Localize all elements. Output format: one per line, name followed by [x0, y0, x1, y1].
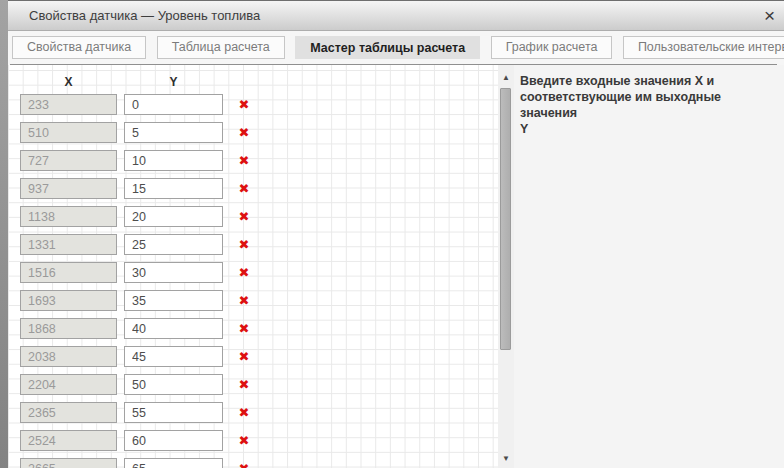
tab-sensor-properties[interactable]: Свойства датчика [12, 36, 146, 59]
y-value-input[interactable] [124, 122, 223, 143]
y-value-input[interactable] [124, 94, 223, 115]
table-row: ✖ [8, 374, 498, 395]
x-value-input [20, 318, 117, 339]
y-value-input[interactable] [124, 374, 223, 395]
delete-row-icon[interactable]: ✖ [235, 348, 253, 365]
x-value-input [20, 290, 117, 311]
y-value-input[interactable] [124, 402, 223, 423]
dialog-title: Свойства датчика — Уровень топлива [29, 1, 260, 31]
delete-row-icon[interactable]: ✖ [235, 376, 253, 393]
scrollbar-thumb[interactable] [500, 88, 511, 350]
help-text: Введите входные значения X и соответству… [520, 73, 778, 137]
delete-row-icon[interactable]: ✖ [235, 292, 253, 309]
delete-row-icon[interactable]: ✖ [235, 404, 253, 421]
table-row: ✖ [8, 346, 498, 367]
y-value-input[interactable] [124, 234, 223, 255]
x-value-input [20, 430, 117, 451]
y-value-input[interactable] [124, 178, 223, 199]
vertical-scrollbar[interactable]: ▲ ▼ [498, 65, 514, 468]
delete-row-icon[interactable]: ✖ [235, 152, 253, 169]
x-value-input [20, 402, 117, 423]
y-value-input[interactable] [124, 290, 223, 311]
close-icon[interactable]: × [764, 4, 775, 28]
delete-row-icon[interactable]: ✖ [235, 96, 253, 113]
table-row: ✖ [8, 290, 498, 311]
table-row: ✖ [8, 262, 498, 283]
delete-row-icon[interactable]: ✖ [235, 432, 253, 449]
delete-row-icon[interactable]: ✖ [235, 180, 253, 197]
wizard-content: X Y ✖ ✖ ✖ [8, 65, 784, 468]
tab-bar: Свойства датчика Таблица расчета Мастер … [8, 31, 784, 64]
y-value-input[interactable] [124, 458, 223, 468]
x-value-input [20, 458, 117, 468]
x-value-input [20, 94, 117, 115]
table-row: ✖ [8, 458, 498, 468]
delete-row-icon[interactable]: ✖ [235, 236, 253, 253]
tab-calculation-graph[interactable]: График расчета [491, 36, 613, 59]
sensor-properties-dialog: Свойства датчика — Уровень топлива × Сво… [8, 0, 784, 468]
table-row: ✖ [8, 94, 498, 115]
tab-calculation-table[interactable]: Таблица расчета [157, 36, 285, 59]
table-row: ✖ [8, 178, 498, 199]
table-row: ✖ [8, 122, 498, 143]
tab-calculation-table-wizard[interactable]: Мастер таблицы расчета [295, 36, 480, 59]
delete-row-icon[interactable]: ✖ [235, 264, 253, 281]
table-row: ✖ [8, 430, 498, 451]
page-backdrop-strip [0, 0, 8, 468]
xy-table-area: X Y ✖ ✖ ✖ [8, 65, 498, 468]
delete-row-icon[interactable]: ✖ [235, 320, 253, 337]
y-value-input[interactable] [124, 262, 223, 283]
y-value-input[interactable] [124, 206, 223, 227]
xy-rows: ✖ ✖ ✖ ✖ [8, 65, 498, 468]
scroll-down-icon[interactable]: ▼ [498, 454, 514, 463]
y-value-input[interactable] [124, 318, 223, 339]
y-value-input[interactable] [124, 150, 223, 171]
x-value-input [20, 234, 117, 255]
tab-custom-intervals[interactable]: Пользовательские интервалы [623, 36, 784, 59]
table-row: ✖ [8, 206, 498, 227]
x-value-input [20, 122, 117, 143]
x-value-input [20, 150, 117, 171]
x-value-input [20, 262, 117, 283]
table-row: ✖ [8, 318, 498, 339]
y-value-input[interactable] [124, 430, 223, 451]
x-value-input [20, 178, 117, 199]
table-row: ✖ [8, 150, 498, 171]
y-value-input[interactable] [124, 346, 223, 367]
delete-row-icon[interactable]: ✖ [235, 460, 253, 468]
x-value-input [20, 206, 117, 227]
table-row: ✖ [8, 234, 498, 255]
table-row: ✖ [8, 402, 498, 423]
x-value-input [20, 374, 117, 395]
help-panel: Введите входные значения X и соответству… [514, 65, 784, 468]
x-value-input [20, 346, 117, 367]
delete-row-icon[interactable]: ✖ [235, 124, 253, 141]
delete-row-icon[interactable]: ✖ [235, 208, 253, 225]
scroll-up-icon[interactable]: ▲ [498, 73, 514, 82]
dialog-titlebar: Свойства датчика — Уровень топлива × [8, 0, 784, 31]
